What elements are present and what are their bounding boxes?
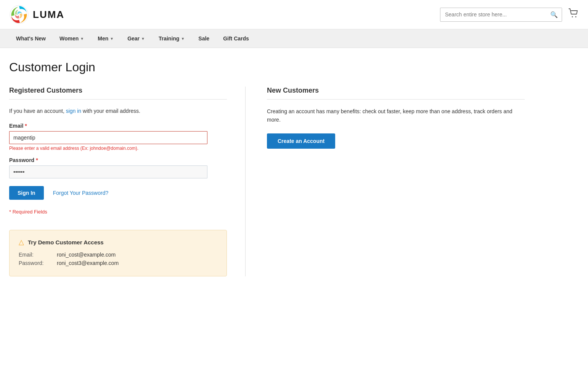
cart-icon[interactable] [568,8,579,21]
main-nav: What's New Women ▼ Men ▼ Gear ▼ Training… [0,29,588,48]
nav-item-men[interactable]: Men ▼ [91,29,120,48]
search-box[interactable]: 🔍 [440,8,562,22]
nav-item-sale[interactable]: Sale [191,29,216,48]
chevron-down-icon: ▼ [181,37,185,41]
form-actions: Sign In Forgot Your Password? [9,186,227,200]
nav-item-gear[interactable]: Gear ▼ [120,29,152,48]
warning-icon: △ [19,238,24,246]
email-label: Email* [9,123,227,129]
email-error-message: Please enter a valid email address (Ex: … [9,146,227,151]
registered-customers-section: Registered Customers If you have an acco… [9,87,246,276]
demo-email-value: roni_cost@example.com [57,252,116,258]
password-input[interactable] [9,165,207,178]
luma-logo-icon [9,5,29,24]
chevron-down-icon: ▼ [80,37,84,41]
forgot-password-link[interactable]: Forgot Your Password? [53,190,109,196]
demo-password-label: Password: [19,260,57,266]
two-column-layout: Registered Customers If you have an acco… [9,87,525,276]
logo-area[interactable]: LUMA [9,5,64,24]
logo-text: LUMA [33,9,64,21]
demo-password-row: Password: roni_cost3@example.com [19,260,217,266]
demo-email-row: Email: roni_cost@example.com [19,252,217,258]
page-title: Customer Login [9,60,525,74]
demo-password-value: roni_cost3@example.com [57,260,119,266]
email-required-star: * [25,123,27,129]
registered-customers-title: Registered Customers [9,87,227,100]
required-fields-note: * Required Fields [9,209,227,215]
new-customers-description: Creating an account has many benefits: c… [267,107,525,124]
create-account-button[interactable]: Create an Account [267,133,335,149]
email-input[interactable] [9,131,207,144]
nav-item-training[interactable]: Training ▼ [152,29,191,48]
signin-description: If you have an account, sign in with you… [9,107,227,115]
nav-item-gift-cards[interactable]: Gift Cards [216,29,256,48]
nav-item-whats-new[interactable]: What's New [9,29,53,48]
new-customers-title: New Customers [267,87,525,100]
chevron-down-icon: ▼ [110,37,114,41]
sign-in-button[interactable]: Sign In [9,186,44,200]
page-content: Customer Login Registered Customers If y… [0,48,534,289]
search-button[interactable]: 🔍 [546,8,562,21]
demo-title: Try Demo Customer Access [28,239,104,246]
svg-point-3 [575,16,577,18]
new-customers-section: New Customers Creating an account has ma… [264,87,525,276]
nav-item-women[interactable]: Women ▼ [53,29,91,48]
demo-email-label: Email: [19,252,57,258]
demo-header: △ Try Demo Customer Access [19,238,217,246]
chevron-down-icon: ▼ [141,37,145,41]
header-right: 🔍 [440,8,579,22]
nav-list: What's New Women ▼ Men ▼ Gear ▼ Training… [9,29,579,48]
demo-box: △ Try Demo Customer Access Email: roni_c… [9,230,227,276]
password-label: Password* [9,157,227,163]
page-header: LUMA 🔍 [0,0,588,29]
svg-point-2 [572,16,573,18]
password-field-group: Password* [9,157,227,178]
search-input[interactable] [440,8,546,21]
sign-in-link[interactable]: sign in [66,108,81,114]
password-required-star: * [36,157,38,163]
email-field-group: Email* Please enter a valid email addres… [9,123,227,151]
